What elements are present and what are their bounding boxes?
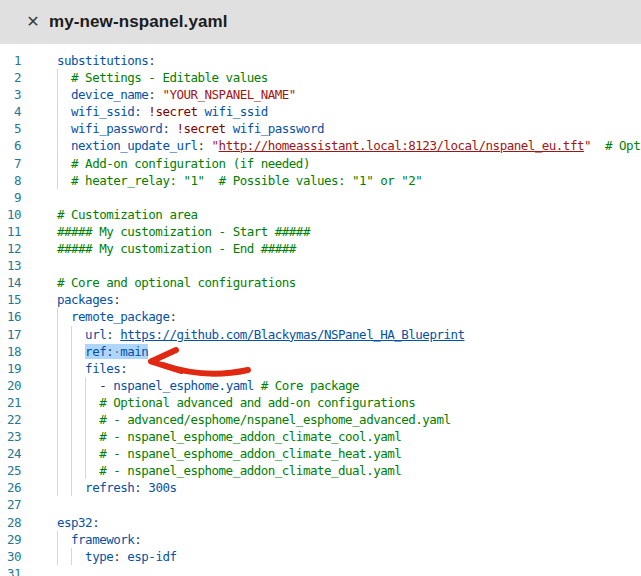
code-token: wifi_ssid — [57, 104, 134, 119]
line-number: 31 — [0, 565, 21, 576]
line-number: 12 — [0, 240, 21, 257]
code-line: 26 refresh: 300s — [0, 479, 641, 496]
code-line: 23 # - nspanel_esphome_addon_climate_coo… — [0, 428, 641, 445]
code-editor[interactable]: 1substitutions:2 # Settings - Editable v… — [0, 44, 641, 576]
line-number: 22 — [0, 411, 21, 428]
code-token: ##### My customization - Start ##### — [57, 224, 310, 239]
code-line: 11##### My customization - Start ##### — [0, 223, 641, 240]
code-token: # heater_relay: "1" # Possible values: "… — [57, 173, 422, 188]
code-token: # Core package — [254, 378, 359, 393]
code-token: wifi_password — [57, 121, 162, 136]
code-token: !secret — [176, 121, 225, 136]
code-token: url — [57, 327, 106, 342]
code-token: : — [162, 121, 176, 136]
code-line: 22 # - advanced/esphome/nspanel_esphome_… — [0, 411, 641, 428]
code-line: 18 ref:·main — [0, 343, 641, 360]
line-number: 21 — [0, 394, 21, 411]
code-token: : — [148, 87, 162, 102]
line-number: 15 — [0, 291, 21, 308]
code-token: wifi_ssid — [198, 104, 268, 119]
code-line: 20 - nspanel_esphome.yaml # Core package — [0, 377, 641, 394]
line-number: 3 — [0, 86, 21, 103]
code-line: 13 — [0, 257, 641, 274]
code-line: 25 # - nspanel_esphome_addon_climate_dua… — [0, 462, 641, 479]
code-token: esp32 — [57, 515, 92, 530]
line-number: 29 — [0, 531, 21, 548]
code-token: # Core and optional configurations — [57, 275, 296, 290]
code-token: : — [198, 138, 212, 153]
line-number: 5 — [0, 120, 21, 137]
code-line: 16 remote_package: — [0, 308, 641, 325]
selected-text: main — [120, 344, 148, 359]
code-token: : — [106, 327, 120, 342]
code-line: 12##### My customization - End ##### — [0, 240, 641, 257]
line-number: 13 — [0, 257, 21, 274]
file-title: my-new-nspanel.yaml — [49, 12, 228, 32]
code-token: wifi_password — [226, 121, 324, 136]
code-token: https://github.com/Blackymas/NSPanel_HA_… — [120, 327, 464, 342]
line-number: 28 — [0, 514, 21, 531]
code-token: # - nspanel_esphome_addon_climate_cool.y… — [57, 429, 401, 444]
line-number: 17 — [0, 326, 21, 343]
code-token: device_name — [57, 87, 148, 102]
editor-titlebar: ✕ my-new-nspanel.yaml — [0, 0, 641, 44]
code-lines: 1substitutions:2 # Settings - Editable v… — [0, 52, 641, 576]
code-token: : — [92, 515, 99, 530]
code-token: # Add-on configuration (if needed) — [57, 156, 310, 171]
code-token: framework — [57, 532, 134, 547]
line-number: 4 — [0, 103, 21, 120]
code-token: !secret — [148, 104, 197, 119]
line-number: 11 — [0, 223, 21, 240]
code-token: # - nspanel_esphome_addon_climate_dual.y… — [57, 463, 401, 478]
code-token: : — [169, 309, 176, 324]
line-number: 27 — [0, 496, 21, 513]
line-number: 14 — [0, 274, 21, 291]
code-token: "YOUR_NSPANEL_NAME" — [162, 87, 296, 102]
close-icon[interactable]: ✕ — [25, 14, 41, 30]
code-line: 31 — [0, 565, 641, 576]
code-line: 5 wifi_password: !secret wifi_password — [0, 120, 641, 137]
code-token: : — [120, 361, 127, 376]
line-number: 10 — [0, 206, 21, 223]
line-number: 18 — [0, 343, 21, 360]
code-line: 21 # Optional advanced and add-on config… — [0, 394, 641, 411]
code-line: 29 framework: — [0, 531, 641, 548]
code-token: nspanel_esphome.yaml — [113, 378, 254, 393]
code-token: ##### My customization - End ##### — [57, 241, 296, 256]
code-token: # Customization area — [57, 207, 198, 222]
code-line: 10# Customization area — [0, 206, 641, 223]
code-line: 19 files: — [0, 360, 641, 377]
code-token: refresh — [57, 480, 134, 495]
code-token: : — [148, 53, 155, 68]
line-number: 2 — [0, 69, 21, 86]
line-number: 24 — [0, 445, 21, 462]
code-line: 14# Core and optional configurations — [0, 274, 641, 291]
line-number: 20 — [0, 377, 21, 394]
code-token: " — [584, 138, 591, 153]
line-number: 8 — [0, 172, 21, 189]
code-token: " — [212, 138, 219, 153]
code-token: packages — [57, 292, 113, 307]
code-line: 2 # Settings - Editable values — [0, 69, 641, 86]
code-line: 24 # - nspanel_esphome_addon_climate_hea… — [0, 445, 641, 462]
selected-text: ref — [85, 344, 106, 359]
line-number: 1 — [0, 52, 21, 69]
line-number: 19 — [0, 360, 21, 377]
line-number: 6 — [0, 137, 21, 154]
code-token: : — [113, 292, 120, 307]
line-number: 25 — [0, 462, 21, 479]
code-token: # Settings - Editable values — [57, 70, 268, 85]
code-token: # Optional advanced and add-on configura… — [57, 395, 415, 410]
code-token: esp-idf — [127, 549, 176, 564]
code-token: - — [57, 378, 113, 393]
code-line: 9 — [0, 189, 641, 206]
code-line: 15packages: — [0, 291, 641, 308]
line-number: 26 — [0, 479, 21, 496]
line-number: 7 — [0, 155, 21, 172]
code-line: 8 # heater_relay: "1" # Possible values:… — [0, 172, 641, 189]
code-token: files — [57, 361, 120, 376]
code-token: 300s — [148, 480, 176, 495]
code-token: # - advanced/esphome/nspanel_esphome_adv… — [57, 412, 450, 427]
code-token: : — [134, 480, 148, 495]
code-token: remote_package — [57, 309, 169, 324]
